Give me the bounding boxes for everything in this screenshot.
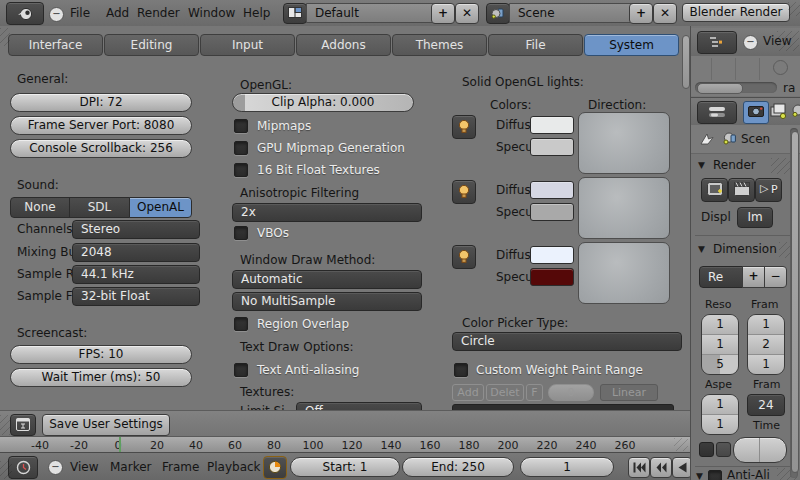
time-remap-old-field[interactable] bbox=[734, 438, 760, 462]
time-sync-toggle[interactable] bbox=[263, 456, 287, 479]
timeline-menu-frame[interactable]: Frame bbox=[162, 460, 199, 474]
tab-input[interactable]: Input bbox=[200, 34, 295, 56]
sample-format-select[interactable]: 32-bit Float bbox=[72, 287, 200, 306]
render-engine-select[interactable]: Blender Render bbox=[682, 3, 790, 22]
scene-datablock-icon[interactable] bbox=[721, 131, 737, 146]
text-antialiasing-checkbox[interactable] bbox=[234, 363, 248, 377]
scene-browse-button[interactable] bbox=[486, 3, 510, 24]
frame-server-port-field[interactable]: Frame Server Port: 8080 bbox=[10, 116, 192, 135]
timeline-menu-view[interactable]: View bbox=[70, 460, 98, 474]
properties-tab-render-layers[interactable] bbox=[770, 103, 788, 120]
light-3-direction-widget[interactable] bbox=[578, 242, 670, 304]
float-textures-checkbox[interactable] bbox=[234, 163, 248, 177]
frame-end-field[interactable]: 2 bbox=[748, 334, 784, 354]
crop-checkbox[interactable] bbox=[716, 442, 731, 457]
properties-scrollbar-track[interactable] bbox=[790, 128, 798, 478]
tab-system[interactable]: System bbox=[584, 34, 679, 56]
add-screen-layout-button[interactable]: + bbox=[431, 3, 455, 24]
frame-step-field[interactable]: 1 bbox=[748, 354, 784, 374]
sample-rate-select[interactable]: 44.1 kHz bbox=[72, 265, 200, 284]
save-user-settings-button[interactable]: Save User Settings bbox=[42, 414, 170, 436]
menu-file[interactable]: File bbox=[70, 6, 90, 20]
tab-file[interactable]: File bbox=[488, 34, 583, 56]
screen-layout-browse-button[interactable] bbox=[283, 3, 307, 24]
previous-keyframe-button[interactable] bbox=[650, 457, 672, 478]
dpi-field[interactable]: DPI: 72 bbox=[10, 93, 192, 112]
screencast-wait-timer-field[interactable]: Wait Timer (ms): 50 bbox=[10, 368, 192, 387]
collapse-outliner-menus-toggle[interactable]: − bbox=[743, 35, 758, 50]
clip-alpha-slider[interactable]: Clip Alpha: 0.000 bbox=[232, 93, 414, 112]
add-scene-button[interactable]: + bbox=[629, 3, 653, 24]
light-2-specular-swatch[interactable] bbox=[530, 203, 574, 221]
light-1-direction-widget[interactable] bbox=[578, 112, 670, 174]
app-menu-button[interactable] bbox=[6, 2, 44, 25]
console-scrollback-field[interactable]: Console Scrollback: 256 bbox=[10, 139, 192, 158]
timeline-menu-marker[interactable]: Marker bbox=[110, 460, 151, 474]
resolution-percentage-slider[interactable]: 5 bbox=[702, 354, 738, 374]
channels-select[interactable]: Stereo bbox=[72, 220, 200, 239]
render-panel-header[interactable]: ▼ Render bbox=[691, 156, 799, 176]
timeline-menu-playback[interactable]: Playback bbox=[207, 460, 261, 474]
scrollbar-thumb[interactable] bbox=[791, 131, 799, 473]
border-checkbox[interactable] bbox=[699, 442, 714, 457]
weight-range-delete-button[interactable]: Delet bbox=[486, 384, 524, 401]
restrict-render-icon[interactable] bbox=[773, 60, 788, 75]
frame-end-field[interactable]: End: 250 bbox=[402, 457, 514, 477]
light-1-specular-swatch[interactable] bbox=[530, 138, 574, 156]
menu-add[interactable]: Add bbox=[106, 6, 129, 20]
close-scene-button[interactable]: ✕ bbox=[653, 3, 677, 24]
outliner-horizontal-scrollbar[interactable] bbox=[695, 82, 777, 93]
play-animation-button[interactable]: ▷ P bbox=[755, 178, 782, 202]
weight-range-count-field[interactable]: 0 bbox=[548, 384, 594, 401]
properties-tab-scene[interactable] bbox=[791, 103, 800, 120]
weight-range-f-button[interactable]: F bbox=[526, 384, 543, 401]
display-mode-select[interactable]: Im bbox=[737, 207, 773, 228]
remove-preset-button[interactable]: − bbox=[764, 266, 787, 288]
vbos-checkbox[interactable] bbox=[234, 226, 248, 240]
window-draw-method-select[interactable]: Automatic bbox=[232, 270, 422, 289]
frame-rate-select[interactable]: 24 bbox=[747, 394, 785, 416]
mipmaps-checkbox[interactable] bbox=[234, 119, 248, 133]
tab-editing[interactable]: Editing bbox=[104, 34, 199, 56]
preferences-scrollbar[interactable] bbox=[682, 35, 690, 89]
tab-themes[interactable]: Themes bbox=[392, 34, 487, 56]
properties-editor-type-button[interactable] bbox=[697, 101, 737, 124]
multisample-select[interactable]: No MultiSample bbox=[232, 292, 422, 311]
aspect-y-field[interactable]: 1 bbox=[702, 414, 738, 434]
anisotropic-filtering-select[interactable]: 2x bbox=[232, 203, 422, 222]
menu-help[interactable]: Help bbox=[243, 6, 270, 20]
resolution-y-field[interactable]: 1 bbox=[702, 334, 738, 354]
dimensions-panel-header[interactable]: ▼ Dimension bbox=[691, 240, 799, 260]
sound-device-sdl[interactable]: SDL bbox=[69, 197, 130, 218]
outliner-item-truncated[interactable]: ra bbox=[783, 81, 795, 95]
light-1-toggle[interactable] bbox=[452, 115, 476, 139]
sound-device-none[interactable]: None bbox=[10, 197, 70, 218]
collapse-timeline-menus-toggle[interactable]: − bbox=[48, 460, 63, 475]
collapse-menus-toggle[interactable]: − bbox=[49, 7, 64, 22]
sound-device-openal[interactable]: OpenAL bbox=[129, 197, 192, 218]
frame-start-field[interactable]: Start: 1 bbox=[290, 457, 400, 477]
context-navigate-icon[interactable] bbox=[699, 132, 715, 146]
properties-tab-render[interactable] bbox=[743, 101, 769, 124]
close-screen-layout-button[interactable]: ✕ bbox=[455, 3, 479, 24]
current-frame-line[interactable] bbox=[119, 437, 121, 452]
menu-render[interactable]: Render bbox=[137, 6, 180, 20]
add-preset-button[interactable]: + bbox=[742, 266, 765, 288]
gpu-mipmap-checkbox[interactable] bbox=[234, 141, 248, 155]
current-frame-field[interactable]: 1 bbox=[520, 457, 614, 477]
weight-range-interpolation-select[interactable]: Linear bbox=[600, 384, 658, 401]
resolution-x-field[interactable]: 1 bbox=[702, 315, 738, 334]
light-3-toggle[interactable] bbox=[452, 245, 476, 269]
weight-range-add-button[interactable]: Add bbox=[452, 384, 484, 401]
scrollbar-thumb[interactable] bbox=[697, 83, 743, 94]
play-reverse-button[interactable] bbox=[672, 457, 692, 478]
antialiasing-checkbox[interactable] bbox=[708, 470, 722, 480]
render-animation-button[interactable] bbox=[728, 178, 755, 202]
tab-addons[interactable]: Addons bbox=[296, 34, 391, 56]
screen-layout-name-field[interactable]: Default bbox=[306, 3, 438, 23]
render-still-button[interactable] bbox=[701, 178, 728, 202]
menu-window[interactable]: Window bbox=[188, 6, 235, 20]
light-2-direction-widget[interactable] bbox=[578, 177, 670, 239]
preferences-window-button[interactable] bbox=[10, 414, 36, 436]
antialiasing-panel-header[interactable]: ▼ Anti-Ali bbox=[691, 470, 799, 480]
